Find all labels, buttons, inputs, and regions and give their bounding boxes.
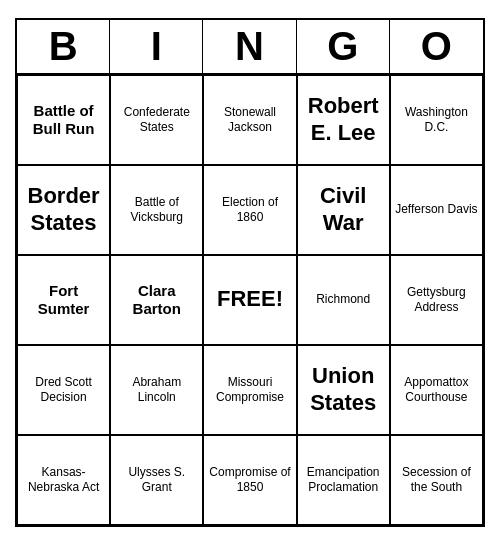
bingo-header: BINGO	[17, 20, 483, 75]
cell-text: Gettysburg Address	[395, 285, 478, 314]
bingo-cell: Jefferson Davis	[390, 165, 483, 255]
header-letter: I	[110, 20, 203, 73]
bingo-cell: Washington D.C.	[390, 75, 483, 165]
cell-text: Ulysses S. Grant	[115, 465, 198, 494]
bingo-cell: Compromise of 1850	[203, 435, 296, 525]
cell-text: Stonewall Jackson	[208, 105, 291, 134]
cell-text: FREE!	[217, 286, 283, 312]
bingo-grid: Battle of Bull RunConfederate StatesSton…	[17, 75, 483, 525]
bingo-cell: Missouri Compromise	[203, 345, 296, 435]
cell-text: Dred Scott Decision	[22, 375, 105, 404]
bingo-cell: Robert E. Lee	[297, 75, 390, 165]
bingo-cell: Confederate States	[110, 75, 203, 165]
bingo-cell: Emancipation Proclamation	[297, 435, 390, 525]
bingo-cell: Abraham Lincoln	[110, 345, 203, 435]
cell-text: Abraham Lincoln	[115, 375, 198, 404]
bingo-cell: Civil War	[297, 165, 390, 255]
cell-text: Emancipation Proclamation	[302, 465, 385, 494]
cell-text: Border States	[22, 183, 105, 236]
cell-text: Missouri Compromise	[208, 375, 291, 404]
bingo-cell: Battle of Bull Run	[17, 75, 110, 165]
bingo-cell: Ulysses S. Grant	[110, 435, 203, 525]
cell-text: Compromise of 1850	[208, 465, 291, 494]
cell-text: Jefferson Davis	[395, 202, 477, 216]
bingo-cell: Battle of Vicksburg	[110, 165, 203, 255]
cell-text: Appomattox Courthouse	[395, 375, 478, 404]
cell-text: Robert E. Lee	[302, 93, 385, 146]
bingo-cell: Secession of the South	[390, 435, 483, 525]
cell-text: Secession of the South	[395, 465, 478, 494]
bingo-cell: Kansas-Nebraska Act	[17, 435, 110, 525]
cell-text: Washington D.C.	[395, 105, 478, 134]
bingo-cell: Election of 1860	[203, 165, 296, 255]
bingo-cell: Fort Sumter	[17, 255, 110, 345]
bingo-cell: Appomattox Courthouse	[390, 345, 483, 435]
cell-text: Union States	[302, 363, 385, 416]
header-letter: G	[297, 20, 390, 73]
cell-text: Richmond	[316, 292, 370, 306]
cell-text: Fort Sumter	[22, 282, 105, 318]
bingo-cell: Union States	[297, 345, 390, 435]
bingo-cell: Richmond	[297, 255, 390, 345]
bingo-cell: Border States	[17, 165, 110, 255]
cell-text: Election of 1860	[208, 195, 291, 224]
bingo-cell: FREE!	[203, 255, 296, 345]
cell-text: Battle of Bull Run	[22, 102, 105, 138]
bingo-cell: Dred Scott Decision	[17, 345, 110, 435]
cell-text: Battle of Vicksburg	[115, 195, 198, 224]
header-letter: O	[390, 20, 483, 73]
bingo-cell: Stonewall Jackson	[203, 75, 296, 165]
header-letter: B	[17, 20, 110, 73]
cell-text: Kansas-Nebraska Act	[22, 465, 105, 494]
cell-text: Confederate States	[115, 105, 198, 134]
bingo-card: BINGO Battle of Bull RunConfederate Stat…	[15, 18, 485, 527]
cell-text: Clara Barton	[115, 282, 198, 318]
bingo-cell: Gettysburg Address	[390, 255, 483, 345]
header-letter: N	[203, 20, 296, 73]
bingo-cell: Clara Barton	[110, 255, 203, 345]
cell-text: Civil War	[302, 183, 385, 236]
